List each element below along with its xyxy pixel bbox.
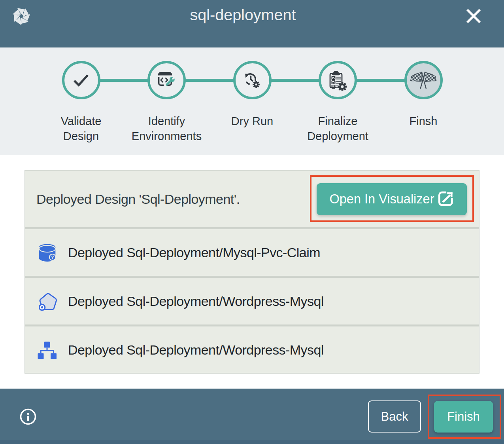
svg-text:?: ? [51, 255, 54, 260]
